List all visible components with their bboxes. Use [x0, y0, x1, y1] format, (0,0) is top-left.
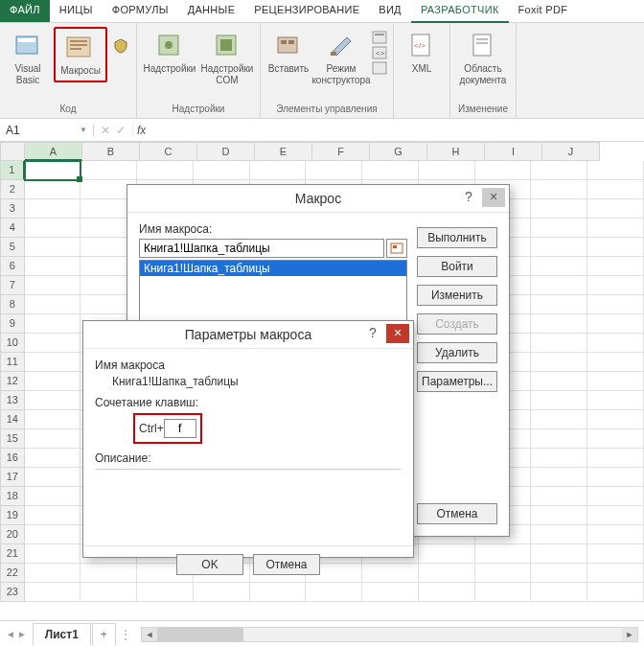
col-header[interactable]: C [140, 142, 197, 161]
row-header[interactable]: 14 [0, 410, 25, 429]
tab-formulas[interactable]: ФОРМУЛЫ [103, 0, 178, 22]
cell[interactable] [475, 583, 532, 602]
row-header[interactable]: 22 [0, 564, 25, 583]
cell[interactable] [587, 161, 644, 180]
cell[interactable] [25, 219, 81, 238]
row-header[interactable]: 2 [0, 180, 25, 199]
tab-partial[interactable]: НИЦЫ [50, 0, 103, 22]
cell[interactable] [25, 238, 81, 257]
horizontal-scrollbar[interactable]: ◄ ► [141, 627, 638, 642]
cell[interactable] [531, 257, 587, 276]
cell[interactable] [531, 353, 587, 372]
tab-developer[interactable]: РАЗРАБОТЧИК [411, 0, 509, 23]
cell[interactable] [531, 161, 587, 180]
cell[interactable] [419, 161, 475, 180]
scroll-left-icon[interactable]: ◄ [142, 628, 157, 641]
cell[interactable] [587, 372, 644, 391]
row-header[interactable]: 20 [0, 525, 25, 544]
cell[interactable] [587, 544, 644, 564]
cell[interactable] [587, 334, 644, 353]
tab-foxit[interactable]: Foxit PDF [509, 0, 578, 22]
scroll-right-icon[interactable]: ► [622, 628, 637, 641]
chevron-down-icon[interactable]: ▼ [80, 126, 87, 134]
cell[interactable] [587, 180, 644, 199]
cell[interactable] [25, 353, 81, 372]
cell[interactable] [419, 544, 475, 564]
cell[interactable] [531, 276, 587, 295]
cell[interactable] [475, 161, 532, 180]
cell[interactable] [587, 238, 644, 257]
col-header[interactable]: J [542, 142, 600, 161]
row-header[interactable]: 18 [0, 487, 25, 506]
cell[interactable] [531, 391, 587, 410]
edit-button[interactable]: Изменить [417, 285, 497, 306]
help-icon[interactable]: ? [363, 325, 382, 340]
row-header[interactable]: 11 [0, 353, 25, 372]
tab-file[interactable]: ФАЙЛ [0, 0, 50, 22]
cell[interactable] [587, 429, 644, 449]
cell[interactable] [25, 506, 81, 525]
cell[interactable] [25, 429, 81, 449]
close-icon[interactable]: × [386, 324, 409, 343]
sheet-tab[interactable]: Лист1 [33, 623, 91, 645]
cell[interactable] [531, 180, 587, 199]
shortcut-key-input[interactable] [164, 419, 196, 438]
close-icon[interactable]: × [482, 188, 505, 207]
cell[interactable] [531, 219, 587, 238]
row-header[interactable]: 16 [0, 449, 25, 468]
tab-review[interactable]: РЕЦЕНЗИРОВАНИЕ [244, 0, 369, 22]
cancel-button[interactable]: Отмена [417, 503, 497, 524]
cell[interactable] [362, 161, 419, 180]
row-header[interactable]: 8 [0, 295, 25, 314]
cell[interactable] [25, 295, 81, 314]
cell[interactable] [306, 583, 362, 602]
cell[interactable] [25, 257, 81, 276]
cell[interactable] [587, 487, 644, 506]
row-header[interactable]: 4 [0, 219, 25, 238]
cell[interactable] [587, 295, 644, 314]
cell[interactable] [25, 314, 81, 334]
row-header[interactable]: 21 [0, 544, 25, 564]
cell[interactable] [587, 525, 644, 544]
col-header[interactable]: A [25, 142, 82, 161]
cell[interactable] [25, 487, 81, 506]
cell[interactable] [587, 276, 644, 295]
col-header[interactable]: I [485, 142, 542, 161]
row-header[interactable]: 6 [0, 257, 25, 276]
tab-data[interactable]: ДАННЫЕ [178, 0, 245, 22]
row-header[interactable]: 13 [0, 391, 25, 410]
insert-controls-button[interactable]: Вставить [266, 27, 310, 79]
cell[interactable] [25, 161, 81, 180]
fx-label[interactable]: fx [132, 124, 150, 137]
cell[interactable] [531, 199, 587, 219]
row-header[interactable]: 12 [0, 372, 25, 391]
cell[interactable] [587, 449, 644, 468]
cell[interactable] [25, 583, 81, 602]
addins-button[interactable]: Надстройки [143, 27, 196, 79]
cell[interactable] [306, 161, 362, 180]
cell[interactable] [587, 219, 644, 238]
row-header[interactable]: 5 [0, 238, 25, 257]
cell[interactable] [531, 525, 587, 544]
options-button[interactable]: Параметры... [417, 371, 497, 392]
ok-button[interactable]: OK [176, 554, 243, 575]
cell[interactable] [137, 583, 194, 602]
cell[interactable] [531, 429, 587, 449]
cell[interactable] [25, 410, 81, 429]
step-into-button[interactable]: Войти [417, 256, 497, 277]
row-header[interactable]: 15 [0, 429, 25, 449]
cell[interactable] [587, 506, 644, 525]
col-header[interactable]: D [197, 142, 255, 161]
macro-security-button[interactable] [111, 27, 130, 65]
cell[interactable] [587, 583, 644, 602]
delete-button[interactable]: Удалить [417, 342, 497, 363]
cell[interactable] [25, 180, 81, 199]
cell[interactable] [475, 544, 532, 564]
description-input[interactable] [95, 469, 402, 536]
cell[interactable] [587, 391, 644, 410]
cell[interactable] [587, 468, 644, 487]
cell[interactable] [531, 334, 587, 353]
cell[interactable] [531, 238, 587, 257]
macros-button[interactable]: Макросы [54, 27, 107, 82]
cell[interactable] [531, 564, 587, 583]
